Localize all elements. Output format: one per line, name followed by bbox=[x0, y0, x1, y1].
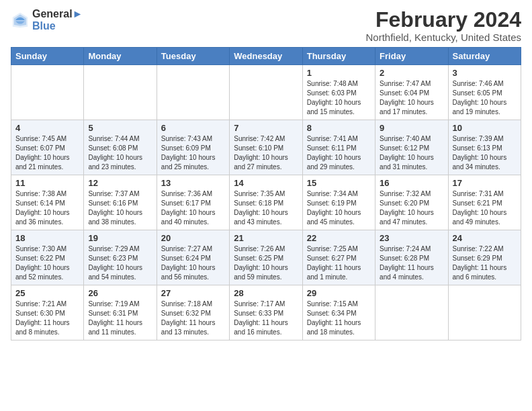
header-sunday: Sunday bbox=[11, 48, 84, 65]
calendar-cell: 25Sunrise: 7:21 AM Sunset: 6:30 PM Dayli… bbox=[11, 285, 84, 340]
main-title: February 2024 bbox=[365, 8, 521, 32]
day-info: Sunrise: 7:41 AM Sunset: 6:11 PM Dayligh… bbox=[307, 134, 371, 172]
calendar-cell bbox=[375, 285, 448, 340]
day-number: 19 bbox=[88, 233, 152, 243]
day-number: 17 bbox=[453, 178, 517, 188]
day-number: 4 bbox=[15, 123, 79, 133]
subtitle: Northfield, Kentucky, United States bbox=[365, 32, 521, 43]
calendar-cell: 3Sunrise: 7:46 AM Sunset: 6:05 PM Daylig… bbox=[448, 65, 521, 120]
calendar-cell: 26Sunrise: 7:19 AM Sunset: 6:31 PM Dayli… bbox=[84, 285, 157, 340]
day-info: Sunrise: 7:25 AM Sunset: 6:27 PM Dayligh… bbox=[307, 244, 371, 282]
day-number: 2 bbox=[380, 68, 443, 78]
day-info: Sunrise: 7:37 AM Sunset: 6:16 PM Dayligh… bbox=[88, 189, 152, 227]
header-friday: Friday bbox=[375, 48, 448, 65]
day-number: 10 bbox=[453, 123, 517, 133]
calendar-cell: 17Sunrise: 7:31 AM Sunset: 6:21 PM Dayli… bbox=[448, 175, 521, 230]
calendar-cell: 2Sunrise: 7:47 AM Sunset: 6:04 PM Daylig… bbox=[375, 65, 448, 120]
day-number: 28 bbox=[234, 288, 298, 298]
calendar-table: Sunday Monday Tuesday Wednesday Thursday… bbox=[11, 47, 521, 340]
calendar-cell: 1Sunrise: 7:48 AM Sunset: 6:03 PM Daylig… bbox=[302, 65, 375, 120]
day-info: Sunrise: 7:35 AM Sunset: 6:18 PM Dayligh… bbox=[234, 189, 298, 227]
day-info: Sunrise: 7:40 AM Sunset: 6:12 PM Dayligh… bbox=[380, 134, 443, 172]
day-number: 29 bbox=[307, 288, 371, 298]
day-number: 13 bbox=[161, 178, 225, 188]
calendar-cell: 29Sunrise: 7:15 AM Sunset: 6:34 PM Dayli… bbox=[302, 285, 375, 340]
day-number: 9 bbox=[380, 123, 443, 133]
day-info: Sunrise: 7:15 AM Sunset: 6:34 PM Dayligh… bbox=[307, 300, 371, 337]
day-info: Sunrise: 7:31 AM Sunset: 6:21 PM Dayligh… bbox=[453, 189, 517, 227]
calendar-cell: 27Sunrise: 7:18 AM Sunset: 6:32 PM Dayli… bbox=[157, 285, 229, 340]
calendar-week-3: 11Sunrise: 7:38 AM Sunset: 6:14 PM Dayli… bbox=[11, 175, 521, 230]
header: General► Blue February 2024 Northfield, … bbox=[11, 8, 521, 43]
day-info: Sunrise: 7:39 AM Sunset: 6:13 PM Dayligh… bbox=[453, 134, 517, 172]
day-number: 21 bbox=[234, 233, 298, 243]
calendar-cell: 8Sunrise: 7:41 AM Sunset: 6:11 PM Daylig… bbox=[302, 120, 375, 175]
day-info: Sunrise: 7:30 AM Sunset: 6:22 PM Dayligh… bbox=[15, 244, 79, 282]
calendar-cell bbox=[11, 65, 84, 120]
calendar-cell: 18Sunrise: 7:30 AM Sunset: 6:22 PM Dayli… bbox=[11, 230, 84, 285]
calendar-week-4: 18Sunrise: 7:30 AM Sunset: 6:22 PM Dayli… bbox=[11, 230, 521, 285]
day-info: Sunrise: 7:38 AM Sunset: 6:14 PM Dayligh… bbox=[15, 189, 79, 227]
calendar-cell: 12Sunrise: 7:37 AM Sunset: 6:16 PM Dayli… bbox=[84, 175, 157, 230]
logo-text: General► Blue bbox=[32, 8, 83, 32]
day-number: 14 bbox=[234, 178, 298, 188]
day-number: 7 bbox=[234, 123, 298, 133]
day-number: 3 bbox=[453, 68, 517, 78]
logo: General► Blue bbox=[11, 8, 83, 32]
calendar-cell: 16Sunrise: 7:32 AM Sunset: 6:20 PM Dayli… bbox=[375, 175, 448, 230]
title-section: February 2024 Northfield, Kentucky, Unit… bbox=[365, 8, 521, 43]
day-info: Sunrise: 7:17 AM Sunset: 6:33 PM Dayligh… bbox=[234, 300, 298, 337]
calendar-cell: 11Sunrise: 7:38 AM Sunset: 6:14 PM Dayli… bbox=[11, 175, 84, 230]
day-info: Sunrise: 7:22 AM Sunset: 6:29 PM Dayligh… bbox=[453, 244, 517, 282]
calendar-cell: 6Sunrise: 7:43 AM Sunset: 6:09 PM Daylig… bbox=[157, 120, 229, 175]
calendar-cell: 22Sunrise: 7:25 AM Sunset: 6:27 PM Dayli… bbox=[302, 230, 375, 285]
day-info: Sunrise: 7:36 AM Sunset: 6:17 PM Dayligh… bbox=[161, 189, 225, 227]
calendar-week-5: 25Sunrise: 7:21 AM Sunset: 6:30 PM Dayli… bbox=[11, 285, 521, 340]
logo-icon bbox=[11, 11, 30, 30]
day-info: Sunrise: 7:48 AM Sunset: 6:03 PM Dayligh… bbox=[307, 79, 371, 117]
calendar-cell: 9Sunrise: 7:40 AM Sunset: 6:12 PM Daylig… bbox=[375, 120, 448, 175]
header-monday: Monday bbox=[84, 48, 157, 65]
day-info: Sunrise: 7:27 AM Sunset: 6:24 PM Dayligh… bbox=[161, 244, 225, 282]
calendar-cell: 24Sunrise: 7:22 AM Sunset: 6:29 PM Dayli… bbox=[448, 230, 521, 285]
header-wednesday: Wednesday bbox=[230, 48, 302, 65]
calendar-cell: 21Sunrise: 7:26 AM Sunset: 6:25 PM Dayli… bbox=[230, 230, 302, 285]
day-number: 22 bbox=[307, 233, 371, 243]
day-info: Sunrise: 7:21 AM Sunset: 6:30 PM Dayligh… bbox=[15, 300, 79, 337]
calendar-week-2: 4Sunrise: 7:45 AM Sunset: 6:07 PM Daylig… bbox=[11, 120, 521, 175]
day-number: 5 bbox=[88, 123, 152, 133]
calendar-cell bbox=[84, 65, 157, 120]
day-number: 27 bbox=[161, 288, 225, 298]
calendar-cell: 7Sunrise: 7:42 AM Sunset: 6:10 PM Daylig… bbox=[230, 120, 302, 175]
header-tuesday: Tuesday bbox=[157, 48, 229, 65]
calendar-cell: 20Sunrise: 7:27 AM Sunset: 6:24 PM Dayli… bbox=[157, 230, 229, 285]
day-info: Sunrise: 7:19 AM Sunset: 6:31 PM Dayligh… bbox=[88, 300, 152, 337]
calendar-cell: 5Sunrise: 7:44 AM Sunset: 6:08 PM Daylig… bbox=[84, 120, 157, 175]
day-info: Sunrise: 7:18 AM Sunset: 6:32 PM Dayligh… bbox=[161, 300, 225, 337]
day-info: Sunrise: 7:43 AM Sunset: 6:09 PM Dayligh… bbox=[161, 134, 225, 172]
day-info: Sunrise: 7:46 AM Sunset: 6:05 PM Dayligh… bbox=[453, 79, 517, 117]
day-number: 25 bbox=[15, 288, 79, 298]
calendar-cell: 19Sunrise: 7:29 AM Sunset: 6:23 PM Dayli… bbox=[84, 230, 157, 285]
header-saturday: Saturday bbox=[448, 48, 521, 65]
calendar-cell: 4Sunrise: 7:45 AM Sunset: 6:07 PM Daylig… bbox=[11, 120, 84, 175]
calendar-cell bbox=[230, 65, 302, 120]
day-number: 12 bbox=[88, 178, 152, 188]
day-number: 26 bbox=[88, 288, 152, 298]
weekday-header-row: Sunday Monday Tuesday Wednesday Thursday… bbox=[11, 48, 521, 65]
calendar-cell: 28Sunrise: 7:17 AM Sunset: 6:33 PM Dayli… bbox=[230, 285, 302, 340]
calendar-cell bbox=[157, 65, 229, 120]
day-info: Sunrise: 7:34 AM Sunset: 6:19 PM Dayligh… bbox=[307, 189, 371, 227]
day-info: Sunrise: 7:47 AM Sunset: 6:04 PM Dayligh… bbox=[380, 79, 443, 117]
calendar-cell bbox=[448, 285, 521, 340]
day-number: 15 bbox=[307, 178, 371, 188]
header-thursday: Thursday bbox=[302, 48, 375, 65]
day-number: 8 bbox=[307, 123, 371, 133]
day-number: 20 bbox=[161, 233, 225, 243]
calendar-cell: 10Sunrise: 7:39 AM Sunset: 6:13 PM Dayli… bbox=[448, 120, 521, 175]
day-number: 23 bbox=[380, 233, 443, 243]
day-info: Sunrise: 7:24 AM Sunset: 6:28 PM Dayligh… bbox=[380, 244, 443, 282]
day-number: 6 bbox=[161, 123, 225, 133]
calendar-week-1: 1Sunrise: 7:48 AM Sunset: 6:03 PM Daylig… bbox=[11, 65, 521, 120]
page-container: General► Blue February 2024 Northfield, … bbox=[0, 0, 532, 346]
